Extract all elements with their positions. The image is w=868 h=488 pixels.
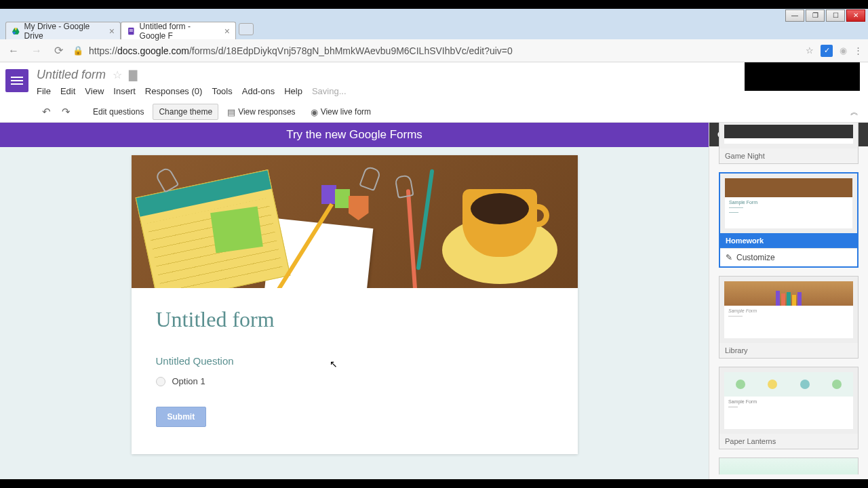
- window-maximize-button[interactable]: ☐: [826, 9, 845, 22]
- extension-globe-icon[interactable]: ◉: [840, 45, 847, 56]
- option-label: Option 1: [172, 376, 205, 386]
- svg-rect-4: [130, 29, 133, 30]
- star-icon[interactable]: ☆: [113, 68, 122, 81]
- menu-help[interactable]: Help: [284, 86, 302, 96]
- view-responses-button[interactable]: ▤View responses: [221, 104, 302, 121]
- tab-title: My Drive - Google Drive: [24, 22, 102, 41]
- lock-icon: 🔒: [73, 45, 83, 56]
- menu-view[interactable]: View: [85, 86, 104, 96]
- reload-button[interactable]: ⟳: [52, 44, 66, 57]
- tab-title: Untitled form - Google F: [140, 22, 218, 41]
- menu-tools[interactable]: Tools: [212, 86, 232, 96]
- svg-rect-5: [130, 30, 133, 31]
- menu-responses[interactable]: Responses (0): [145, 86, 203, 96]
- menu-file[interactable]: File: [37, 86, 51, 96]
- redo-button[interactable]: ↷: [58, 106, 75, 118]
- forms-toolbar: ↶ ↷ Edit questions Change theme ▤View re…: [0, 102, 868, 123]
- theme-card-next[interactable]: [719, 458, 859, 474]
- customize-theme-button[interactable]: ✎ Customize: [720, 248, 857, 266]
- theme-panel: Change theme Game Night Sample Form—————…: [709, 123, 868, 488]
- document-title[interactable]: Untitled form: [37, 68, 106, 82]
- theme-label: Library: [719, 343, 858, 358]
- browser-toolbar: ← → ⟳ 🔒 https://docs.google.com/forms/d/…: [0, 39, 868, 62]
- view-live-form-button[interactable]: ◉View live form: [304, 104, 377, 121]
- back-button[interactable]: ←: [5, 45, 22, 57]
- save-status: Saving...: [312, 86, 347, 96]
- new-tab-button[interactable]: [239, 23, 254, 35]
- edit-questions-button[interactable]: Edit questions: [87, 104, 150, 120]
- new-forms-banner[interactable]: Try the new Google Forms: [0, 123, 709, 147]
- theme-card-game-night[interactable]: Game Night: [719, 123, 859, 164]
- drive-icon: [12, 26, 20, 36]
- pencil-icon: ✎: [726, 253, 732, 262]
- browser-tab-drive[interactable]: My Drive - Google Drive ×: [5, 22, 121, 39]
- window-restore-button[interactable]: ❐: [806, 9, 825, 22]
- theme-card-library[interactable]: Sample Form——— Library: [719, 276, 859, 359]
- question-title[interactable]: Untitled Question: [156, 355, 553, 367]
- close-tab-icon[interactable]: ×: [224, 26, 230, 37]
- theme-card-homework[interactable]: Sample Form————— Homework ✎ Customize: [719, 172, 859, 268]
- menu-addons[interactable]: Add-ons: [242, 86, 275, 96]
- window-minimize-button[interactable]: —: [785, 9, 804, 22]
- theme-label: Homework: [720, 233, 857, 248]
- menu-edit[interactable]: Edit: [60, 86, 75, 96]
- form-title[interactable]: Untitled form: [156, 307, 553, 332]
- docs-menu-button[interactable]: [5, 69, 28, 92]
- form-header-image: [132, 155, 578, 288]
- extension-icon[interactable]: ✓: [821, 45, 833, 57]
- responses-icon: ▤: [227, 107, 235, 117]
- submit-button[interactable]: Submit: [156, 407, 207, 427]
- change-theme-button[interactable]: Change theme: [153, 104, 218, 120]
- url-text: https://docs.google.com/forms/d/18EdpDiy…: [89, 45, 513, 56]
- forward-button[interactable]: →: [28, 45, 45, 57]
- move-folder-icon[interactable]: ▇: [129, 68, 137, 81]
- theme-label: Paper Lanterns: [719, 434, 858, 449]
- forms-icon: [127, 26, 136, 36]
- live-icon: ◉: [311, 107, 318, 117]
- address-bar[interactable]: 🔒 https://docs.google.com/forms/d/18EdpD…: [73, 45, 799, 56]
- docs-header: Untitled form ☆ ▇ File Edit View Insert …: [0, 62, 868, 102]
- form-canvas: Untitled form Untitled Question Option 1…: [132, 155, 578, 454]
- browser-tab-forms[interactable]: Untitled form - Google F ×: [121, 22, 236, 39]
- account-area: [745, 62, 860, 91]
- radio-icon[interactable]: [156, 377, 165, 386]
- menu-insert[interactable]: Insert: [113, 86, 136, 96]
- theme-label: Game Night: [719, 148, 858, 163]
- collapse-toolbar-icon[interactable]: ︽: [850, 106, 859, 118]
- menu-bar: File Edit View Insert Responses (0) Tool…: [37, 86, 860, 96]
- theme-card-paper-lanterns[interactable]: Sample Form—— Paper Lanterns: [719, 367, 859, 449]
- form-workspace: Try the new Google Forms Untitled form U…: [0, 123, 709, 488]
- undo-button[interactable]: ↶: [38, 106, 55, 118]
- window-close-button[interactable]: ✕: [846, 9, 865, 22]
- browser-tab-strip: My Drive - Google Drive × Untitled form …: [0, 19, 868, 39]
- close-tab-icon[interactable]: ×: [109, 26, 115, 37]
- chrome-menu-icon[interactable]: ⋮: [854, 45, 863, 56]
- option-row[interactable]: Option 1: [156, 376, 553, 386]
- star-bookmark-icon[interactable]: ☆: [806, 45, 814, 56]
